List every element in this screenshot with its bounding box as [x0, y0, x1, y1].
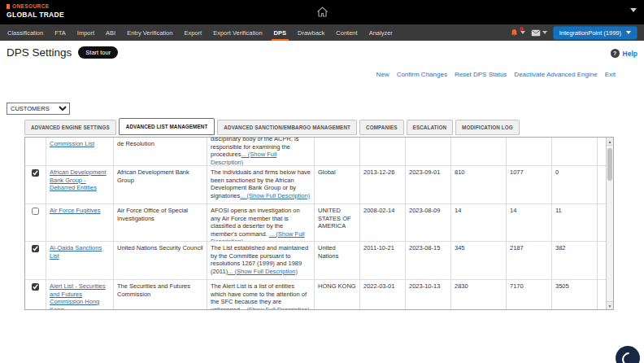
tab-companies[interactable]: COMPANIES [359, 120, 404, 135]
list-source-cell: de Résolution [114, 138, 207, 165]
tab-escalation[interactable]: ESCALATION [407, 120, 453, 135]
count-cell: 7170 [507, 280, 552, 309]
list-source-cell: United Nations Security Council [114, 242, 207, 279]
table-row: Alert List - Securities and Futures Comm… [25, 280, 606, 309]
date-listed-cell [360, 138, 406, 165]
empty-cell [598, 280, 606, 309]
count-cell: 2187 [507, 242, 552, 279]
count-cell [552, 138, 598, 165]
row-checkbox[interactable] [32, 283, 39, 291]
region-cell: HONG KONG [315, 280, 360, 309]
nav-item-drawback[interactable]: Drawback [292, 24, 330, 41]
list-source-cell: African Development Bank Group [114, 166, 207, 203]
user-account-button[interactable]: IntegrationPoint (1999) [553, 26, 637, 40]
action-exit[interactable]: Exit [605, 71, 616, 78]
nav-right-controls: IntegrationPoint (1999) [510, 26, 644, 40]
action-reset-dps-status[interactable]: Reset DPS Status [455, 71, 507, 78]
count-cell: 14 [451, 204, 507, 241]
nav-item-abi[interactable]: ABI [100, 24, 121, 41]
list-name-link[interactable]: Alert List - Securities and Futures Comm… [50, 282, 106, 309]
customers-select[interactable]: CUSTOMERS [7, 103, 70, 115]
brand-logo: ONESOURCE GLOBAL TRADE [7, 4, 64, 18]
table-vertical-scrollbar[interactable] [606, 138, 613, 309]
region-cell: Global [315, 166, 360, 203]
table-row: African Development Bank Group - Debarre… [25, 166, 606, 204]
list-name-link[interactable]: Al-Qaida Sanctions List [50, 244, 102, 260]
count-cell [451, 138, 507, 165]
tab-advanced-engine-settings[interactable]: ADVANCED ENGINE SETTINGS [24, 120, 116, 135]
list-description-cell: AFOSI opens an investigation on any Air … [207, 204, 315, 241]
action-links: New Confirm Changes Reset DPS Status Dea… [376, 71, 616, 78]
count-cell: 14 [507, 204, 552, 241]
date-updated-cell: 2023-10-13 [406, 280, 451, 309]
user-caret-icon [626, 31, 631, 34]
start-tour-button[interactable]: Start tour [78, 46, 118, 59]
count-cell: 2830 [451, 280, 507, 309]
action-new[interactable]: New [376, 71, 389, 78]
nav-item-entry-verification[interactable]: Entry Verification [121, 24, 178, 41]
nav-item-fta[interactable]: FTA [49, 24, 72, 41]
nav-item-export-verification[interactable]: Export Verification [207, 24, 268, 41]
count-cell: 1077 [507, 166, 552, 203]
notification-badge [520, 27, 524, 31]
count-cell: 810 [451, 166, 507, 203]
region-cell: United Nations [315, 242, 360, 279]
nav-item-import[interactable]: Import [72, 24, 100, 41]
user-account-label: IntegrationPoint (1999) [559, 29, 621, 37]
action-confirm-changes[interactable]: Confirm Changes [397, 71, 447, 78]
help-link[interactable]: Help [611, 49, 637, 58]
advanced-lists-table: Commission List de Résolution disciplina… [24, 137, 614, 310]
row-checkbox[interactable] [32, 208, 39, 215]
help-label: Help [623, 50, 637, 58]
brand-line2: GLOBAL TRADE [7, 11, 64, 19]
list-description-cell: The List established and maintained by t… [207, 242, 315, 279]
row-checkbox-cell [25, 138, 46, 165]
region-cell: UNITED STATES OF AMERICA [315, 204, 360, 241]
show-full-description-link[interactable]: ... (Show Full Description) [240, 192, 310, 199]
date-updated-cell [406, 138, 451, 165]
home-icon[interactable] [315, 5, 329, 19]
row-checkbox[interactable] [32, 245, 39, 252]
tab-modification-log[interactable]: MODIFICATION LOG [455, 120, 520, 135]
tab-advanced-sanction-embargo-management[interactable]: ADVANCED SANCTION/EMBARGO MANAGEMENT [217, 120, 357, 135]
row-checkbox[interactable] [32, 169, 39, 177]
mail-caret-icon [542, 31, 547, 34]
empty-cell [598, 166, 606, 203]
list-name-link[interactable]: Air Force Fugitives [50, 207, 101, 214]
messages-envelope-icon[interactable] [531, 29, 547, 37]
empty-cell [598, 138, 606, 165]
notifications-bell-icon[interactable] [510, 28, 525, 37]
nav-item-export[interactable]: Export [178, 24, 207, 41]
nav-item-content[interactable]: Content [330, 24, 363, 41]
list-source-cell: Air Force Office of Special Investigatio… [114, 204, 207, 241]
count-cell: 3505 [552, 280, 598, 309]
bell-caret-icon [520, 31, 525, 34]
help-question-icon [611, 49, 620, 58]
show-full-description-link[interactable]: ... (Show Full Description) [228, 268, 298, 275]
nav-items: Classification FTA Import ABI Entry Veri… [0, 24, 398, 41]
scroll-down-arrow-icon[interactable] [607, 301, 613, 309]
brand-line1: ONESOURCE [12, 4, 50, 10]
nav-item-analyzer[interactable]: Analyzer [363, 24, 398, 41]
feedback-widget-button[interactable] [616, 346, 640, 363]
count-cell: 382 [552, 242, 598, 279]
scrollbar-thumb[interactable] [607, 148, 612, 181]
list-source-cell: The Securities and Futures Commission [114, 280, 207, 309]
brand-mark-icon [7, 4, 10, 9]
show-full-description-link[interactable]: ... (Show Full Description) [240, 306, 310, 310]
nav-item-classification[interactable]: Classification [2, 24, 49, 41]
topbar-menu-caret-icon[interactable] [630, 8, 637, 12]
scroll-up-arrow-icon[interactable] [607, 138, 613, 146]
table-row: Commission List de Résolution disciplina… [25, 138, 606, 166]
list-name-link[interactable]: Commission List [50, 140, 94, 147]
empty-cell [598, 204, 606, 241]
list-description-cell: disciplinary body of the ACPR, is respon… [207, 138, 315, 165]
action-deactivate-advanced-engine[interactable]: Deactivate Advanced Engine [514, 71, 597, 78]
nav-item-dps[interactable]: DPS [268, 24, 292, 41]
list-description-cell: The individuals and firms below have bee… [207, 166, 315, 203]
tab-advanced-list-management[interactable]: ADVANCED LIST MANAGEMENT [119, 118, 215, 135]
table-body: Commission List de Résolution disciplina… [25, 138, 606, 309]
list-name-link[interactable]: African Development Bank Group - Debarre… [50, 168, 107, 191]
date-updated-cell: 2023-08-09 [406, 204, 451, 241]
date-updated-cell: 2023-08-15 [406, 242, 451, 279]
